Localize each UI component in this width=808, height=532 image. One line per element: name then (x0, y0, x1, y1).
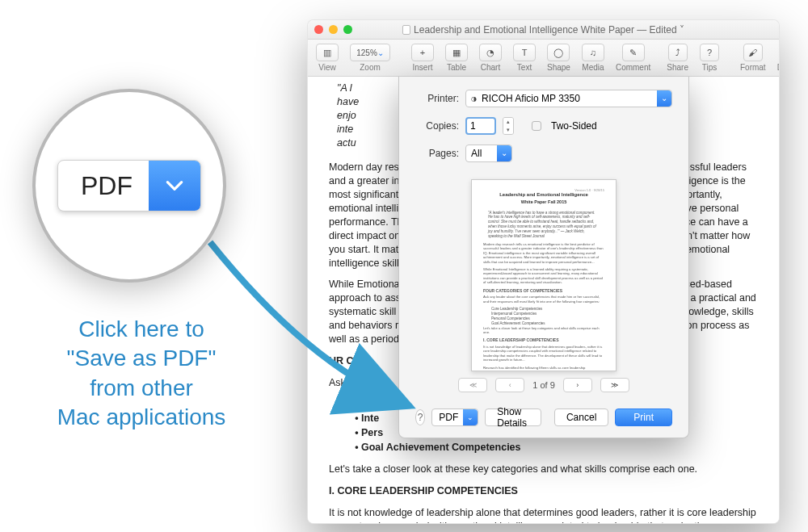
callout-text: Click here to "Save as PDF" from other M… (24, 315, 259, 433)
help-button[interactable]: ? (415, 409, 425, 425)
print-preview: Version 1.0 · 9/28/15 Leadership and Emo… (415, 172, 672, 399)
pdf-label: PDF (439, 412, 458, 423)
table-button[interactable]: ▦Table (442, 42, 471, 73)
pages-value: All (471, 148, 482, 159)
app-window: Leadership and Emotional Intelligence Wh… (307, 19, 780, 524)
doc-paragraph: Let's take a closer look at these key ca… (329, 463, 758, 476)
media-button[interactable]: ♫Media (579, 42, 608, 73)
copies-label: Copies: (415, 120, 459, 132)
last-page-button[interactable]: ≫ (600, 378, 629, 392)
chevron-down-icon (463, 409, 478, 425)
text-button[interactable]: TText (510, 42, 539, 73)
page-navigator: ≪ ‹ 1 of 9 › ≫ (458, 378, 629, 392)
preview-subtitle: White Paper Fall 2015 (483, 199, 604, 205)
toolbar: ▥View 125% ⌄Zoom +Insert ▦Table ◔Chart T… (308, 40, 779, 77)
two-sided-label: Two-Sided (551, 120, 597, 132)
callout-pdf-label: PDF (58, 171, 149, 201)
insert-button[interactable]: +Insert (408, 42, 437, 73)
chart-button[interactable]: ◔Chart (476, 42, 505, 73)
document-button[interactable]: ☰Document (774, 42, 780, 73)
maximize-button[interactable] (343, 25, 352, 34)
callout-line: Click here to (24, 315, 259, 344)
list-item: Goal Achievement Competencies (361, 441, 758, 455)
cancel-button[interactable]: Cancel (554, 408, 608, 426)
tips-button[interactable]: ?Tips (696, 42, 722, 73)
chevron-down-icon (657, 90, 671, 107)
callout-line: "Save as PDF" (24, 344, 259, 373)
copies-input[interactable] (465, 117, 496, 135)
traffic-lights (314, 25, 352, 34)
chevron-down-icon (497, 145, 511, 161)
show-details-button[interactable]: Show Details (485, 408, 541, 426)
close-button[interactable] (314, 25, 323, 34)
doc-heading: I. CORE LEADERSHIP COMPETENCIES (329, 484, 758, 498)
doc-paragraph: It is not knowledge of leadership alone … (329, 506, 758, 523)
callout-line: from other (24, 374, 259, 403)
printer-label: Printer: (415, 93, 459, 104)
view-button[interactable]: ▥View (313, 42, 342, 73)
callout-magnifier: PDF (32, 89, 226, 283)
printer-value: RICOH Aficio MP 3350 (482, 93, 580, 104)
pages-label: Pages: (415, 148, 459, 159)
copies-stepper[interactable]: ▴▾ (503, 117, 514, 135)
zoom-selector[interactable]: 125% ⌄Zoom (347, 42, 393, 73)
comment-button[interactable]: ✎Comment (612, 42, 654, 73)
print-button[interactable]: Print (615, 408, 672, 426)
minimize-button[interactable] (329, 25, 338, 34)
first-page-button[interactable]: ≪ (458, 378, 487, 392)
window-title: Leadership and Emotional Intelligence Wh… (308, 24, 779, 36)
callout-pdf-button: PDF (57, 160, 201, 212)
format-button[interactable]: 🖌Format (737, 42, 769, 73)
two-sided-checkbox[interactable] (532, 121, 541, 131)
shape-button[interactable]: ◯Shape (544, 42, 574, 73)
print-dialog: Printer: ◑ RICOH Aficio MP 3350 Copies: … (398, 77, 689, 438)
document-icon (402, 25, 410, 35)
printer-select[interactable]: ◑ RICOH Aficio MP 3350 (465, 90, 672, 107)
preview-title: Leadership and Emotional Intelligence (483, 192, 604, 199)
titlebar: Leadership and Emotional Intelligence Wh… (308, 20, 779, 40)
prev-page-button[interactable]: ‹ (495, 378, 524, 392)
chevron-down-icon (149, 160, 200, 212)
callout-line: Mac applications (24, 403, 259, 432)
preview-page: Version 1.0 · 9/28/15 Leadership and Emo… (471, 179, 617, 371)
share-button[interactable]: ⤴Share (663, 42, 692, 73)
page-counter: 1 of 9 (532, 380, 555, 390)
pages-select[interactable]: All (465, 145, 512, 162)
printer-status-icon: ◑ (471, 95, 477, 103)
pdf-dropdown[interactable]: PDF (431, 408, 478, 426)
next-page-button[interactable]: › (563, 378, 592, 392)
